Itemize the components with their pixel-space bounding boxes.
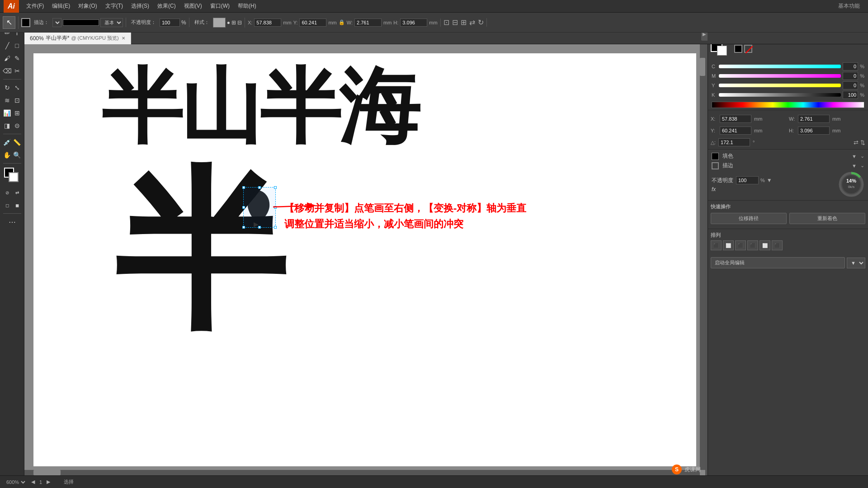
y-slider[interactable] — [719, 84, 841, 87]
h-input[interactable] — [400, 19, 427, 27]
menu-edit[interactable]: 编辑(E) — [48, 1, 74, 11]
zoom-select[interactable]: 600% — [5, 479, 27, 485]
menu-effect[interactable]: 效果(C) — [154, 1, 179, 11]
menu-help[interactable]: 帮助(H) — [234, 1, 260, 11]
nav-next[interactable]: ▶ — [47, 479, 50, 485]
h-coord-input[interactable] — [798, 127, 830, 135]
align-top[interactable]: ⬛ — [747, 240, 758, 250]
style-preview[interactable] — [213, 18, 226, 28]
w-coord-input[interactable] — [798, 115, 830, 123]
opacity-value-input[interactable] — [736, 176, 759, 184]
document-tab[interactable]: 600% 半山半寿* @ (CMYK/GPU 预览) ✕ — [24, 33, 131, 44]
bg-color-chip[interactable] — [717, 46, 727, 56]
k-slider[interactable] — [719, 93, 841, 97]
handle-tl[interactable] — [242, 186, 245, 189]
transform-icon[interactable]: ⊞ — [461, 18, 467, 27]
gradient-tool[interactable]: ◨ — [2, 120, 12, 131]
eyedropper-tool[interactable]: 💉 — [2, 136, 12, 148]
swap-color-btn[interactable]: ⇄ — [12, 187, 22, 198]
flip-v-icon[interactable]: ⇅ — [860, 139, 865, 146]
handle-ml[interactable] — [242, 206, 245, 209]
screen-mode-btn[interactable]: ◼ — [12, 199, 22, 211]
stroke-select[interactable] — [52, 18, 61, 27]
rect-tool[interactable]: □ — [12, 40, 22, 52]
menu-file[interactable]: 文件(F) — [23, 1, 47, 11]
h-scroll-thumb[interactable] — [33, 470, 61, 475]
align-center-v[interactable]: ⬜ — [760, 240, 770, 250]
y-label: Y — [712, 83, 717, 88]
warp-tool[interactable]: ≋ — [2, 94, 12, 106]
mesh-tool[interactable]: ⊞ — [12, 107, 22, 119]
blend-tool[interactable]: ⊝ — [12, 120, 22, 131]
menu-text[interactable]: 文字(T) — [102, 1, 127, 11]
color-swatch-container[interactable] — [4, 168, 20, 184]
handle-bl[interactable] — [242, 226, 245, 229]
horizontal-scrollbar[interactable] — [24, 470, 700, 475]
opacity-input[interactable] — [160, 19, 180, 27]
recolor-btn[interactable]: 重新着色 — [789, 213, 865, 224]
zoom-tool[interactable]: 🔍 — [12, 149, 22, 161]
handle-br[interactable] — [274, 226, 277, 229]
more-tools-btn[interactable]: ⋯ — [2, 216, 22, 228]
distribute-icon[interactable]: ⊟ — [452, 18, 458, 27]
fill-mode-solid[interactable] — [734, 45, 742, 53]
free-transform-tool[interactable]: ⊡ — [12, 94, 22, 106]
fill-mode-none[interactable] — [744, 45, 752, 53]
v-scroll-thumb[interactable] — [700, 58, 705, 76]
menu-window[interactable]: 窗口(W) — [207, 1, 233, 11]
fill-none-btn[interactable]: ⊘ — [2, 187, 12, 198]
stroke-color-chip[interactable] — [712, 162, 719, 169]
paintbrush-tool[interactable]: 🖌 — [2, 52, 12, 64]
menu-object[interactable]: 对象(O) — [75, 1, 100, 11]
menu-view[interactable]: 视图(V) — [180, 1, 206, 11]
normal-mode-btn[interactable]: ◻ — [2, 199, 12, 211]
align-left[interactable]: ⬛ — [711, 240, 722, 250]
opacity-dropdown[interactable]: ▼ — [767, 177, 772, 183]
angle-input[interactable] — [718, 138, 750, 146]
flip-h-icon[interactable]: ⇄ — [854, 139, 859, 146]
pencil-tool[interactable]: ✎ — [12, 52, 22, 64]
align-right[interactable]: ⬛ — [735, 240, 746, 250]
vertical-scrollbar[interactable] — [700, 44, 705, 470]
align-icon[interactable]: ⊡ — [443, 18, 449, 27]
workspace-label[interactable]: 基本功能 — [838, 2, 860, 10]
scale-tool[interactable]: ⤡ — [12, 82, 22, 94]
global-edit-dropdown[interactable]: ▼ — [847, 258, 865, 268]
scissors-tool[interactable]: ✂ — [12, 65, 22, 77]
line-tool[interactable]: ╱ — [2, 40, 12, 52]
y-coord-input[interactable] — [720, 127, 751, 135]
stroke-style-select[interactable]: 基本 — [100, 18, 123, 27]
measure-tool[interactable]: 📏 — [12, 136, 22, 148]
handle-mr[interactable] — [274, 206, 277, 209]
handle-tm[interactable] — [258, 186, 261, 189]
graph-tool[interactable]: 📊 — [2, 107, 12, 119]
menu-select[interactable]: 选择(S) — [127, 1, 153, 11]
y-value[interactable] — [843, 81, 858, 89]
x-input[interactable] — [254, 19, 281, 27]
nav-prev[interactable]: ◀ — [31, 479, 35, 485]
position-edit-btn[interactable]: 位移路径 — [711, 213, 787, 224]
c-slider[interactable] — [719, 65, 841, 68]
fg-color-swatch[interactable] — [21, 18, 30, 27]
handle-tr[interactable] — [274, 186, 277, 189]
fill-color-chip[interactable] — [712, 153, 719, 160]
m-value[interactable] — [843, 72, 858, 80]
style-icon3: ⊟ — [237, 19, 242, 26]
rotate-tool[interactable]: ↻ — [2, 82, 12, 94]
global-edit-button[interactable]: 启动全局编辑 — [711, 257, 845, 268]
rotate-icon[interactable]: ↻ — [478, 18, 484, 27]
k-value[interactable] — [843, 91, 858, 99]
x-coord-input[interactable] — [720, 115, 751, 123]
align-center-h[interactable]: ⬜ — [723, 240, 734, 250]
bg-swatch[interactable] — [9, 172, 19, 182]
tab-close-btn[interactable]: ✕ — [122, 36, 125, 41]
c-value[interactable] — [843, 62, 858, 70]
eraser-tool[interactable]: ⌫ — [2, 65, 12, 77]
m-slider[interactable] — [719, 74, 841, 78]
flip-icon[interactable]: ⇄ — [469, 18, 475, 27]
color-spectrum[interactable] — [712, 102, 864, 108]
y-input[interactable] — [299, 19, 326, 27]
align-bottom[interactable]: ⬛ — [772, 240, 783, 250]
w-input[interactable] — [354, 19, 382, 27]
hand-tool[interactable]: ✋ — [2, 149, 12, 161]
